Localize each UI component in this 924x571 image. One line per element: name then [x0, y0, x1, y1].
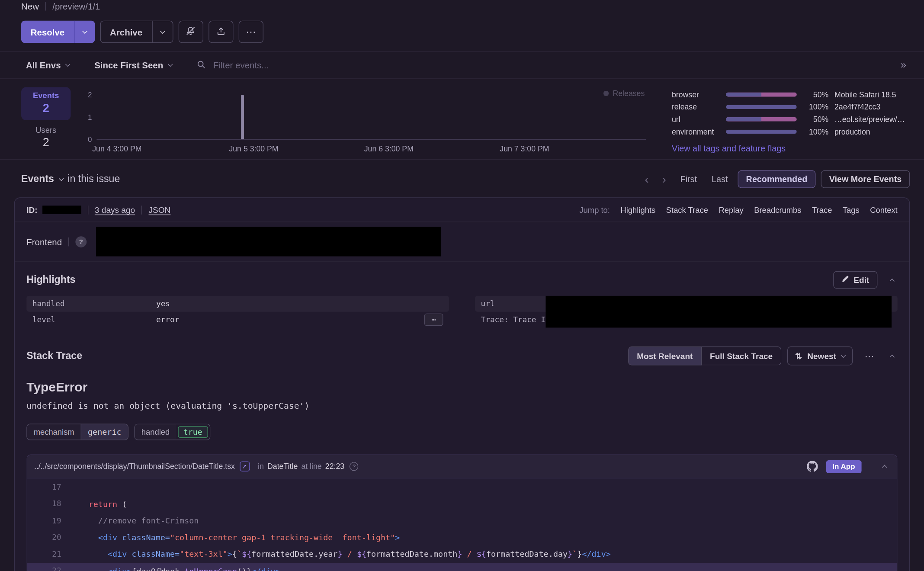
tag-percent: 100% — [800, 103, 828, 111]
jump-link-replay[interactable]: Replay — [719, 205, 743, 214]
view-more-events-button[interactable]: View More Events — [821, 170, 910, 188]
stack-trace-options-button[interactable]: ⋯ — [861, 348, 877, 364]
code-line[interactable]: 21 <div className="text-3xl">{`${formatt… — [27, 545, 897, 562]
issue-status-badge: New — [21, 1, 39, 11]
tag-distribution-row[interactable]: environment100%production — [672, 125, 908, 138]
code-token: ${ — [242, 549, 251, 559]
code-line[interactable]: 20 <div className="column-center gap-1 t… — [27, 529, 897, 546]
issue-detail-page: New /preview/1/1 Resolve Archive — [0, 0, 924, 571]
tag-bar-fill — [726, 117, 761, 122]
recommended-event-button[interactable]: Recommended — [738, 170, 816, 188]
mechanism-pill: mechanism generic — [26, 423, 128, 440]
collapse-frame-button[interactable] — [879, 460, 890, 473]
code-token: > — [228, 549, 232, 559]
collapse-stack-trace-button[interactable] — [887, 349, 898, 363]
code-token: "text-3xl" — [180, 549, 228, 559]
event-detail-card: ID: 3 days ago JSON Jump to: HighlightsS… — [14, 197, 910, 571]
highlights-body: handled yes level error ⋯ url Trace: Tra… — [26, 296, 897, 328]
event-age-link[interactable]: 3 days ago — [95, 205, 135, 215]
highlight-overflow-button[interactable]: ⋯ — [424, 314, 443, 326]
collapse-sidebar-button[interactable]: » — [895, 59, 912, 71]
share-button[interactable] — [209, 21, 233, 43]
events-count-label: Events — [21, 91, 71, 100]
code-token: } — [247, 566, 251, 571]
environment-filter-label: All Envs — [26, 60, 61, 70]
breadcrumb: New /preview/1/1 — [0, 0, 924, 16]
code-line[interactable]: 18 return ( — [27, 495, 897, 512]
subscribe-button[interactable] — [178, 21, 203, 43]
ellipsis-icon: ⋯ — [246, 27, 256, 37]
events-dropdown[interactable]: Events — [21, 173, 63, 185]
tag-bar-fill — [726, 105, 796, 109]
tag-key: release — [672, 103, 726, 111]
users-count-value: 2 — [21, 135, 71, 149]
pill-value: generic — [81, 424, 128, 439]
json-link[interactable]: JSON — [149, 205, 171, 215]
environment-filter[interactable]: All Envs — [26, 60, 70, 70]
tag-distribution-row[interactable]: url50%…eol.site/preview/1/1 — [672, 113, 908, 126]
stack-trace-title: Stack Trace — [26, 350, 82, 362]
handled-pill: handled true — [135, 423, 210, 440]
double-chevron-right-icon: » — [900, 59, 906, 71]
jump-link-highlights[interactable]: Highlights — [620, 205, 655, 214]
code-content: <div className="column-center gap-1 trac… — [79, 533, 400, 542]
line-number: 21 — [27, 550, 79, 558]
code-token: / — [343, 549, 357, 559]
y-axis-label: 2 — [83, 91, 92, 99]
jump-link-stack-trace[interactable]: Stack Trace — [666, 205, 708, 214]
jump-link-breadcrumbs[interactable]: Breadcrumbs — [754, 205, 801, 214]
search-input[interactable] — [212, 60, 895, 71]
issue-counts: Events 2 Users 2 — [21, 87, 71, 154]
first-event-button[interactable]: First — [676, 174, 702, 184]
tag-bar — [726, 130, 796, 134]
help-icon[interactable]: ? — [350, 462, 358, 471]
sort-order-dropdown[interactable]: ⇅ Newest — [787, 346, 853, 366]
help-icon[interactable]: ? — [75, 236, 87, 247]
jump-link-context[interactable]: Context — [870, 205, 897, 214]
code-token: ${ — [357, 549, 366, 559]
archive-button[interactable]: Archive — [100, 21, 152, 42]
users-count-tab[interactable]: Users 2 — [21, 120, 71, 149]
edit-button-label: Edit — [853, 275, 869, 285]
event-pagination: ‹ › First Last Recommended View More Eve… — [641, 170, 910, 188]
github-icon[interactable] — [806, 461, 818, 472]
collapse-highlights-button[interactable] — [887, 273, 898, 287]
resolve-button[interactable]: Resolve — [21, 21, 74, 43]
external-link-icon[interactable]: ↗ — [240, 462, 250, 472]
tag-distribution-row[interactable]: browser50%Mobile Safari 18.5 — [672, 88, 908, 101]
line-number: 19 — [27, 516, 79, 525]
stack-frame: ../../src/components/display/ThumbnailSe… — [26, 454, 897, 571]
stack-trace-header: Stack Trace Most Relevant Full Stack Tra… — [26, 346, 897, 366]
code-token: </div> — [582, 549, 610, 559]
code-line[interactable]: 22 <div>{dayOfWeek.toUpperCase()}</div> — [27, 562, 897, 571]
most-relevant-toggle[interactable]: Most Relevant — [628, 346, 702, 366]
more-actions-button[interactable]: ⋯ — [238, 21, 263, 43]
stack-frame-header[interactable]: ../../src/components/display/ThumbnailSe… — [27, 455, 897, 478]
event-message-row: Frontend ? — [15, 222, 909, 261]
code-token: className= — [132, 549, 180, 559]
tag-distribution-row[interactable]: release100%2ae4f7f42cc3 — [672, 101, 908, 113]
jump-link-trace[interactable]: Trace — [812, 205, 832, 214]
archive-dropdown-button[interactable] — [152, 21, 172, 42]
code-token: formattedDate.month — [366, 549, 457, 559]
jump-link-tags[interactable]: Tags — [843, 205, 860, 214]
x-axis-label: Jun 6 3:00 PM — [364, 144, 414, 153]
date-range-filter[interactable]: Since First Seen — [94, 60, 172, 70]
events-count-tab[interactable]: Events 2 — [21, 87, 71, 120]
code-token: > — [395, 533, 400, 542]
full-stack-trace-toggle[interactable]: Full Stack Trace — [702, 346, 782, 366]
edit-highlights-button[interactable]: Edit — [833, 271, 878, 289]
tag-bar-fill — [726, 93, 761, 97]
last-event-button[interactable]: Last — [707, 174, 732, 184]
app-viewport: New /preview/1/1 Resolve Archive — [0, 0, 924, 571]
view-all-tags-link[interactable]: View all tags and feature flags — [672, 144, 786, 153]
upload-icon — [216, 26, 225, 38]
chevron-up-icon — [890, 355, 895, 360]
next-event-button[interactable]: › — [658, 173, 670, 185]
code-line[interactable]: 17 — [27, 478, 897, 495]
event-search — [197, 60, 895, 71]
resolve-dropdown-button[interactable] — [74, 21, 94, 43]
code-line[interactable]: 19 //remove font-Crimson — [27, 512, 897, 529]
prev-event-button[interactable]: ‹ — [641, 173, 653, 185]
highlight-key: url — [481, 299, 552, 308]
